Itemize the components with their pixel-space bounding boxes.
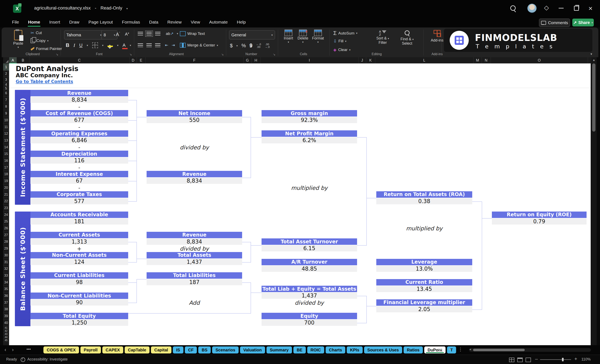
vertical-scrollbar[interactable]: ▲ — [591, 57, 597, 345]
row-header-35[interactable]: 35 — [3, 286, 9, 292]
ribbon-tab-page-layout[interactable]: Page Layout — [84, 17, 117, 27]
sheet-tab-capex[interactable]: CAPEX — [102, 346, 123, 354]
row-header-41[interactable]: 41 — [3, 326, 9, 329]
box-header[interactable]: Revenue — [30, 90, 128, 96]
sheet-tab-summary[interactable]: Summary — [266, 346, 292, 354]
box-header[interactable]: Total Assets — [147, 252, 242, 258]
box-header[interactable]: Current Assets — [30, 232, 128, 238]
box-header[interactable]: Non-Current Liabilities — [30, 292, 128, 299]
zoom-slider-track[interactable] — [540, 359, 571, 360]
row-header-45[interactable]: 45 — [3, 339, 9, 342]
row-header-44[interactable]: 44 — [3, 336, 9, 339]
box-header[interactable]: Equity — [262, 313, 357, 319]
page-layout-view-button[interactable] — [517, 358, 523, 362]
row-header-27[interactable]: 27 — [3, 232, 9, 239]
row-header-38[interactable]: 38 — [3, 306, 9, 313]
row-header-1[interactable]: 1 — [3, 64, 9, 71]
select-all-corner[interactable] — [3, 57, 9, 64]
sheet-tab-scenarios[interactable]: Scenarios — [212, 346, 239, 354]
chevron-down-icon[interactable]: ▾ — [126, 7, 128, 10]
row-header-7[interactable]: 7 — [3, 97, 9, 103]
zoom-level[interactable]: 110% — [581, 357, 591, 362]
column-header-F[interactable]: F — [145, 57, 244, 64]
sheet-tab-dupont[interactable]: DuPont — [424, 346, 446, 354]
box-header[interactable]: Total Liab + Equity = Total Assets — [262, 286, 357, 292]
row-header-26[interactable]: 26 — [3, 225, 9, 232]
row-header-43[interactable]: 43 — [3, 333, 9, 336]
row-header-4[interactable]: 4 — [3, 82, 9, 87]
ribbon-tab-file[interactable]: File — [8, 17, 24, 27]
ribbon-tab-review[interactable]: Review — [163, 17, 186, 27]
ribbon-tab-formulas[interactable]: Formulas — [117, 17, 145, 27]
page-break-view-button[interactable] — [525, 358, 531, 362]
box-header[interactable]: Current Liabilities — [30, 272, 128, 279]
row-header-2[interactable]: 2 — [3, 71, 9, 77]
ribbon-tab-draw[interactable]: Draw — [65, 17, 84, 27]
row-header-42[interactable]: 42 — [3, 329, 9, 333]
row-header-11[interactable]: 11 — [3, 124, 9, 131]
sheet-tab-roic[interactable]: ROIC — [307, 346, 324, 354]
box-header[interactable]: Cost of Revenue (COGS) — [30, 110, 128, 117]
row-header-17[interactable]: 17 — [3, 164, 9, 171]
row-header-36[interactable]: 36 — [3, 292, 9, 299]
box-header[interactable]: Return on Equity (ROE) — [492, 211, 587, 218]
box-header[interactable]: Total Liabilities — [147, 272, 242, 279]
box-header[interactable]: Financial Leverage multiplier — [376, 299, 472, 306]
row-header-21[interactable]: 21 — [3, 191, 9, 198]
ribbon-tab-view[interactable]: View — [186, 17, 205, 27]
row-header-37[interactable]: 37 — [3, 299, 9, 306]
box-value[interactable]: 1,250 — [30, 319, 128, 326]
box-value[interactable]: 1,437 — [147, 259, 242, 265]
more-sheets-button[interactable]: ••• — [438, 347, 442, 352]
box-value[interactable]: 2.05 — [376, 306, 472, 312]
ribbon-tab-data[interactable]: Data — [144, 17, 163, 27]
row-header-15[interactable]: 15 — [3, 151, 9, 157]
ribbon-tab-automate[interactable]: Automate — [205, 17, 232, 27]
sheet-canvas[interactable]: DuPont Analysis ABC Company Inc. Go to T… — [9, 64, 591, 345]
box-value[interactable]: 8,834 — [147, 178, 242, 184]
box-value[interactable]: 187 — [147, 279, 242, 285]
column-header-J[interactable]: J — [358, 57, 366, 64]
column-header-N[interactable]: N — [481, 57, 491, 64]
box-value[interactable]: 1,437 — [262, 292, 357, 299]
row-header-14[interactable]: 14 — [3, 144, 9, 151]
column-header-G[interactable]: G — [243, 57, 252, 64]
box-header[interactable]: Net Profit Margin — [262, 130, 357, 137]
zoom-slider-thumb[interactable] — [562, 358, 564, 361]
normal-view-button[interactable] — [509, 358, 514, 362]
number-dialog-launcher[interactable]: ↘ — [273, 53, 275, 56]
box-value[interactable]: 700 — [262, 319, 357, 326]
vertical-scroll-thumb[interactable] — [592, 64, 595, 132]
tab-options-kebab[interactable]: ⋮ — [458, 347, 463, 352]
column-header-K[interactable]: K — [366, 57, 375, 64]
premium-diamond-icon[interactable]: ◇ — [543, 5, 550, 11]
table-of-contents-link[interactable]: Go to Table of Contents — [16, 79, 73, 84]
box-header[interactable]: Total Asset Turnover — [262, 238, 357, 245]
row-header-5[interactable]: 5 — [3, 87, 9, 90]
box-value[interactable]: 550 — [147, 117, 242, 123]
horizontal-scrollbar[interactable]: ◂ — [469, 348, 591, 352]
box-value[interactable]: 6,846 — [30, 137, 128, 143]
row-header-28[interactable]: 28 — [3, 238, 9, 245]
box-header[interactable]: Return on Total Assets (ROA) — [376, 191, 472, 198]
box-header[interactable]: Current Ratio — [376, 279, 472, 285]
row-header-9[interactable]: 9 — [3, 110, 9, 117]
box-value[interactable]: 6.15 — [262, 245, 357, 251]
column-header-M[interactable]: M — [473, 57, 482, 64]
column-header-E[interactable]: E — [137, 57, 146, 64]
row-header-10[interactable]: 10 — [3, 117, 9, 124]
box-value[interactable]: 577 — [30, 198, 128, 204]
sheet-tab-payroll[interactable]: Payroll — [80, 346, 101, 354]
comments-button[interactable]: Comments — [539, 18, 570, 27]
box-header[interactable]: Non-Current Assets — [30, 252, 128, 258]
box-value[interactable]: 124 — [30, 259, 128, 265]
column-header-D[interactable]: D — [130, 57, 137, 64]
box-header[interactable]: Net Income — [147, 110, 242, 117]
box-header[interactable]: Revenue — [147, 171, 242, 177]
box-value[interactable]: 13.45 — [376, 286, 472, 292]
row-header-22[interactable]: 22 — [3, 198, 9, 205]
box-value[interactable]: 67 — [30, 178, 128, 184]
close-button[interactable]: × — [588, 5, 592, 12]
sheet-tab-kpis[interactable]: KPIs — [347, 346, 362, 354]
box-value[interactable]: 0.79 — [492, 218, 587, 225]
